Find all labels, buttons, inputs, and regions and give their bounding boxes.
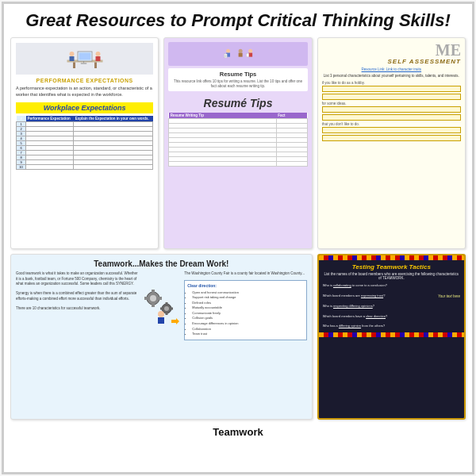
teamwork-left: Good teamwork is what it takes to make a… bbox=[16, 271, 138, 340]
list-item: Collision goals bbox=[192, 316, 303, 321]
svg-rect-27 bbox=[157, 297, 162, 300]
synergy-list: Open and honest communication Support ri… bbox=[187, 290, 303, 336]
teamwork-synergy: Synergy is when there is a combined effe… bbox=[16, 291, 138, 301]
svg-marker-36 bbox=[171, 318, 179, 324]
svg-rect-1 bbox=[73, 63, 75, 69]
synergy-box: Clear direction: Open and honest communi… bbox=[184, 280, 306, 340]
self-field6[interactable] bbox=[322, 135, 461, 141]
svg-rect-26 bbox=[144, 297, 149, 300]
perf-desc: A performance expectation is an action, … bbox=[16, 86, 153, 97]
tactics-q5: Who has a differing opinion from the oth… bbox=[323, 324, 460, 328]
svg-rect-6 bbox=[80, 63, 86, 65]
svg-rect-21 bbox=[247, 53, 249, 56]
teamwork-bottom-label: Teamwork bbox=[213, 424, 263, 439]
teamwork-right-text: The Washington County Fair is a county f… bbox=[184, 271, 306, 276]
self-label3: that you don't like to do. bbox=[322, 122, 461, 126]
teamwork-content: Good teamwork is what it takes to make a… bbox=[16, 271, 307, 340]
card-resume: Resume Tips This resource link offers 10… bbox=[163, 37, 312, 249]
table-row: 10 bbox=[17, 164, 153, 169]
card-performance: Performance Expectations A performance e… bbox=[10, 37, 159, 249]
teamwork-title: Teamwork...Makes the Dream Work! bbox=[16, 259, 307, 268]
svg-rect-18 bbox=[239, 53, 243, 57]
table-header1: Performance Expectation bbox=[26, 116, 74, 122]
teamwork-left-text: Good teamwork is what it takes to make a… bbox=[16, 271, 138, 286]
list-item: Open and honest communication bbox=[192, 290, 303, 295]
tactics-answer: Your text here bbox=[438, 294, 460, 299]
svg-point-29 bbox=[164, 306, 169, 311]
tactics-stripes-bottom bbox=[319, 332, 464, 337]
cards-area: Performance Expectations A performance e… bbox=[4, 34, 472, 423]
svg-rect-8 bbox=[69, 56, 74, 61]
resume-col2: Fact bbox=[276, 113, 307, 119]
tactics-subtitle: List the names of the board members who … bbox=[323, 272, 460, 280]
bottom-labels: Teamwork bbox=[4, 423, 472, 442]
svg-point-11 bbox=[226, 49, 230, 53]
teamwork-label-text: Teamwork bbox=[213, 426, 263, 438]
resume-table: Resume Writing Tip Fact bbox=[168, 113, 307, 167]
list-item: Communicate freely bbox=[192, 311, 303, 316]
perf-heading: Performance Expectations bbox=[16, 78, 153, 83]
resume-image bbox=[168, 42, 307, 66]
svg-rect-33 bbox=[169, 307, 173, 309]
card-tactics: Testing Teamwork Tactics List the names … bbox=[317, 254, 466, 420]
tactics-q2: Which board members are expressing trust… bbox=[323, 294, 460, 298]
tactics-stripes-top bbox=[319, 255, 464, 260]
tactics-title: Testing Teamwork Tactics bbox=[323, 263, 460, 271]
tactics-q4: Which board members have a clear directi… bbox=[323, 314, 460, 319]
performance-image bbox=[16, 43, 153, 75]
list-item: Support risk taking and change bbox=[192, 295, 303, 300]
perf-table: # Performance Expectation Explain the Ex… bbox=[16, 116, 153, 170]
list-item: Team trust bbox=[192, 332, 303, 336]
resume-title-big: Resumé Tips bbox=[168, 97, 307, 109]
table-row bbox=[169, 162, 307, 167]
synergy-box-title: Clear direction: bbox=[187, 283, 303, 289]
self-field1[interactable] bbox=[322, 86, 461, 92]
list-item: Collaboration bbox=[192, 327, 303, 332]
self-field5[interactable] bbox=[322, 127, 461, 133]
svg-rect-35 bbox=[158, 317, 164, 324]
svg-point-34 bbox=[158, 311, 164, 317]
self-field2[interactable] bbox=[322, 94, 461, 100]
self-field4[interactable] bbox=[322, 114, 461, 121]
tactics-questions: Who is collaborating to come to a conclu… bbox=[323, 283, 460, 329]
self-desc: List 3 personal characteristics about yo… bbox=[322, 74, 461, 78]
list-item: Mutually accountable bbox=[192, 305, 303, 310]
svg-rect-24 bbox=[152, 290, 155, 294]
svg-rect-4 bbox=[79, 53, 90, 60]
svg-rect-30 bbox=[166, 302, 168, 306]
self-field3[interactable] bbox=[322, 106, 461, 113]
svg-rect-31 bbox=[166, 311, 168, 315]
tactics-q1: Who is collaborating to come to a conclu… bbox=[323, 283, 460, 288]
svg-rect-32 bbox=[160, 307, 164, 309]
main-title: Great Resources to Prompt Critical Think… bbox=[4, 4, 472, 34]
resume-heading: Resume Tips bbox=[171, 71, 305, 78]
svg-point-7 bbox=[69, 52, 74, 56]
resume-illustration bbox=[218, 44, 258, 64]
main-container: Great Resources to Prompt Critical Think… bbox=[2, 2, 474, 474]
teamwork-gears bbox=[141, 271, 181, 340]
card-self-assessment: ME Self Assessment Resource Link: Link t… bbox=[317, 37, 466, 249]
svg-point-23 bbox=[150, 295, 156, 301]
svg-point-9 bbox=[95, 52, 100, 56]
teamwork-right: The Washington County Fair is a county f… bbox=[184, 271, 306, 340]
self-assessment-title: Self Assessment bbox=[322, 58, 461, 65]
resume-desc: This resource link offers 10 tips for wr… bbox=[171, 79, 305, 89]
svg-point-17 bbox=[239, 49, 243, 53]
self-label2: for some ideas. bbox=[322, 102, 461, 106]
table-col-num: # bbox=[17, 116, 26, 122]
svg-point-19 bbox=[248, 49, 252, 53]
self-me-text: ME bbox=[322, 42, 461, 58]
gears-icon bbox=[141, 286, 181, 326]
card-teamwork: Teamwork...Makes the Dream Work! Good te… bbox=[10, 254, 313, 420]
self-label1: if you like to do as a hobby. bbox=[322, 81, 461, 85]
list-item: Defined roles bbox=[192, 301, 303, 305]
table-header2: Explain the Expectation in your own word… bbox=[74, 116, 153, 122]
svg-rect-10 bbox=[95, 56, 100, 61]
self-link[interactable]: Resource Link: Link to character traits bbox=[322, 67, 461, 71]
svg-rect-2 bbox=[94, 63, 97, 69]
resume-col1: Resume Writing Tip bbox=[169, 113, 276, 119]
list-item: Encourage differences in opinion bbox=[192, 321, 303, 326]
desk-illustration bbox=[61, 47, 109, 71]
teamwork-count: There are 10 characteristics for success… bbox=[16, 306, 138, 311]
tactics-q3: Who is respecting differing opinions? bbox=[323, 304, 460, 309]
